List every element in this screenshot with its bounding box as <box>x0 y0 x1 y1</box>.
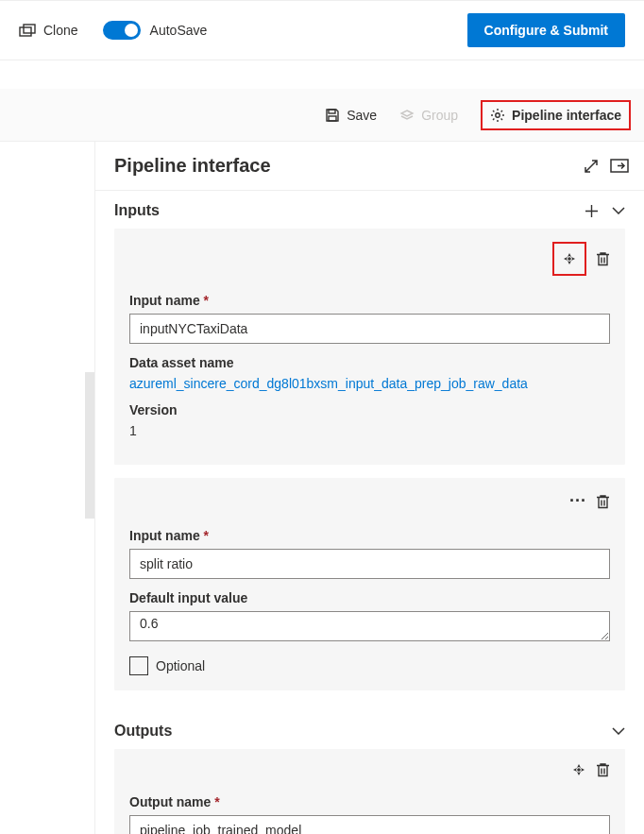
svg-rect-3 <box>329 116 336 121</box>
target-highlight <box>552 242 586 276</box>
input-name-field[interactable] <box>129 314 610 344</box>
svg-point-6 <box>568 258 570 260</box>
delete-icon[interactable] <box>596 251 610 266</box>
expand-icon[interactable] <box>584 159 599 174</box>
optional-label: Optional <box>156 658 205 673</box>
optional-checkbox[interactable] <box>129 656 148 675</box>
input-card-1: ··· Input name * Default input value Opt… <box>114 478 625 690</box>
pipeline-interface-highlight: Pipeline interface <box>481 100 631 130</box>
data-asset-link[interactable]: azureml_sincere_cord_dg8l01bxsm_input_da… <box>129 376 610 391</box>
default-value-field[interactable] <box>129 611 610 641</box>
toggle-knob <box>125 24 138 37</box>
input-name-label: Input name * <box>129 528 610 543</box>
input-card-0: Input name * Data asset name azureml_sin… <box>114 229 625 465</box>
gear-icon <box>490 108 505 123</box>
side-marker <box>85 372 94 519</box>
delete-icon[interactable] <box>596 762 610 777</box>
save-button[interactable]: Save <box>325 108 377 123</box>
svg-point-4 <box>496 112 500 116</box>
add-input-icon[interactable] <box>585 204 599 218</box>
inputs-section-title: Inputs <box>114 202 571 219</box>
input-name-field[interactable] <box>129 549 610 579</box>
data-asset-name-label: Data asset name <box>129 355 610 370</box>
clone-button[interactable]: Clone <box>19 23 78 38</box>
clone-icon <box>19 24 36 37</box>
group-button: Group <box>399 108 458 123</box>
locate-icon[interactable] <box>562 251 577 266</box>
svg-rect-2 <box>329 110 335 113</box>
svg-rect-1 <box>24 25 35 33</box>
svg-rect-0 <box>20 27 31 36</box>
version-value: 1 <box>129 423 610 438</box>
output-card-0: Output name * Type <box>114 749 625 834</box>
autosave-label: AutoSave <box>150 23 208 38</box>
svg-point-7 <box>578 769 580 771</box>
version-label: Version <box>129 402 610 417</box>
clone-label: Clone <box>43 23 78 38</box>
autosave-toggle[interactable] <box>103 21 141 40</box>
output-name-label: Output name * <box>129 794 610 809</box>
configure-submit-button[interactable]: Configure & Submit <box>467 13 625 47</box>
input-name-label: Input name * <box>129 293 610 308</box>
locate-icon[interactable] <box>571 762 586 777</box>
dock-right-icon[interactable] <box>610 159 629 173</box>
outputs-section-title: Outputs <box>114 723 599 740</box>
save-icon <box>325 108 340 123</box>
output-name-field[interactable] <box>129 815 610 834</box>
collapse-inputs-icon[interactable] <box>612 207 625 214</box>
pipeline-interface-button[interactable]: Pipeline interface <box>483 102 629 128</box>
more-icon[interactable]: ··· <box>569 491 586 511</box>
panel-title: Pipeline interface <box>114 155 572 177</box>
group-icon <box>399 108 415 123</box>
default-value-label: Default input value <box>129 590 610 605</box>
delete-icon[interactable] <box>596 494 610 509</box>
collapse-outputs-icon[interactable] <box>612 727 625 735</box>
